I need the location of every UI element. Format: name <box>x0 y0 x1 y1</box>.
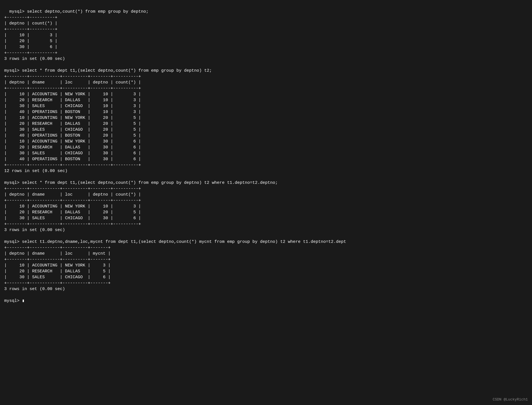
terminal-text: mysql> select deptno,count(*) from emp g… <box>4 9 346 303</box>
watermark: CSDN @LuckyRich1 <box>493 397 528 402</box>
terminal-output: mysql> select deptno,count(*) from emp g… <box>4 3 528 304</box>
